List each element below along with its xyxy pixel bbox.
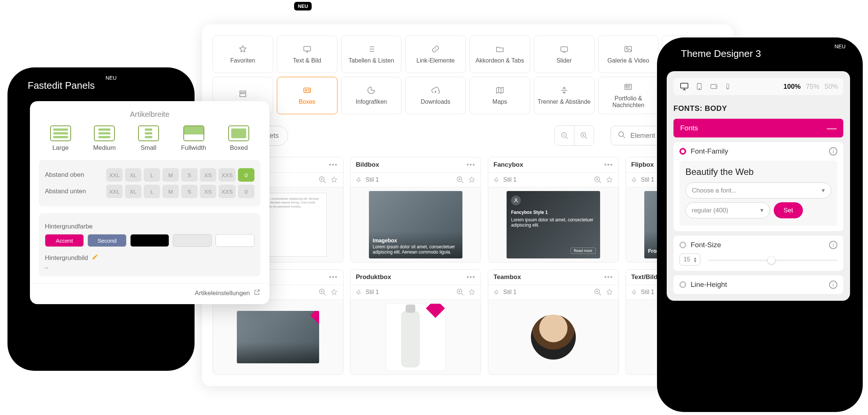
- swatch-black[interactable]: [130, 234, 169, 247]
- news-icon: [624, 82, 633, 91]
- font-family-card: Font-Family i Beautify the Web Choose a …: [673, 142, 843, 231]
- svg-point-3: [626, 48, 628, 49]
- category-link-elemente[interactable]: Link-Elemente: [405, 36, 466, 73]
- category-text-bild[interactable]: Text & Bild: [277, 36, 337, 73]
- fonts-accordion-header[interactable]: Fonts —: [673, 119, 843, 137]
- category-galerie-video[interactable]: Galerie & Video: [598, 36, 659, 73]
- category-portfolio[interactable]: Portfolio & Nachrichten: [598, 77, 659, 114]
- device-tablet-portrait-icon[interactable]: [695, 82, 703, 91]
- chip-s[interactable]: S: [181, 185, 198, 198]
- width-boxed[interactable]: Boxed: [228, 125, 249, 152]
- category-slider[interactable]: Slider: [534, 36, 595, 73]
- width-fullwidth[interactable]: Fullwidth: [181, 125, 206, 152]
- category-maps[interactable]: Maps: [470, 77, 530, 114]
- chip-s[interactable]: S: [181, 168, 198, 182]
- category-downloads[interactable]: Downloads: [405, 77, 466, 114]
- zoom-75[interactable]: 75%: [806, 83, 819, 91]
- zoom-50[interactable]: 50%: [825, 83, 838, 91]
- set-button[interactable]: Set: [774, 202, 803, 218]
- star-icon[interactable]: [330, 288, 338, 296]
- category-infografiken[interactable]: Infografiken: [341, 77, 402, 114]
- radio-off-icon[interactable]: [679, 281, 686, 288]
- font-select[interactable]: Choose a font...▾: [685, 182, 831, 199]
- search-icon: [618, 131, 626, 140]
- device-phone-icon[interactable]: [724, 82, 731, 91]
- zoom-icon[interactable]: [456, 176, 464, 184]
- radio-on-icon[interactable]: [679, 148, 686, 155]
- neu-label-fastedit: NEU: [106, 75, 117, 81]
- fastedit-panel: Artikelbreite Large Medium Small Fullwid…: [30, 101, 269, 304]
- more-icon[interactable]: •••: [329, 161, 338, 169]
- zoom-icon[interactable]: [456, 288, 464, 296]
- font-size-card: Font-Size i 15 ▴▾: [673, 236, 843, 271]
- zoom-icon[interactable]: [594, 288, 602, 296]
- width-small[interactable]: Small: [138, 125, 159, 152]
- zoom-100[interactable]: 100%: [783, 83, 801, 91]
- device-zoom-bar: 100% 75% 50%: [673, 78, 843, 95]
- zoom-out-button[interactable]: [555, 126, 574, 145]
- swatch-white[interactable]: [216, 234, 254, 247]
- chip-xs[interactable]: XS: [200, 168, 216, 182]
- star-icon[interactable]: [330, 176, 338, 184]
- spacing-icon: [560, 86, 569, 95]
- zoom-icon[interactable]: [318, 288, 327, 296]
- info-icon[interactable]: i: [829, 147, 837, 155]
- radio-off-icon[interactable]: [679, 242, 686, 248]
- info-icon[interactable]: i: [829, 241, 837, 249]
- chip-xl[interactable]: XL: [125, 168, 141, 182]
- info-icon[interactable]: i: [829, 281, 837, 289]
- chip-xxs[interactable]: XXS: [218, 168, 236, 182]
- swatch-accent[interactable]: Accent: [45, 234, 84, 247]
- chip-xxl[interactable]: XXL: [106, 168, 123, 182]
- element-card-teambox: Teambox••• Stil 1: [488, 269, 619, 375]
- more-icon[interactable]: •••: [467, 273, 476, 281]
- zoom-in-button[interactable]: [574, 126, 594, 145]
- chip-xs[interactable]: XS: [200, 185, 216, 198]
- zoom-icon[interactable]: [318, 176, 327, 184]
- device-desktop-icon[interactable]: [679, 82, 690, 91]
- category-akkordeon-tabs[interactable]: Akkordeon & Tabs: [470, 36, 530, 73]
- zoom-icon[interactable]: [594, 176, 602, 184]
- star-icon[interactable]: [606, 176, 613, 184]
- width-large[interactable]: Large: [50, 125, 71, 152]
- font-size-slider[interactable]: [708, 255, 837, 265]
- more-icon[interactable]: •••: [604, 273, 613, 281]
- avatar-preview: [531, 315, 576, 360]
- category-boxes[interactable]: Boxes: [277, 77, 337, 114]
- category-trenner[interactable]: Trenner & Abstände: [534, 77, 595, 114]
- edit-icon[interactable]: [92, 254, 98, 262]
- more-icon[interactable]: •••: [604, 161, 613, 169]
- more-icon[interactable]: •••: [329, 273, 338, 281]
- star-icon[interactable]: [468, 288, 476, 296]
- font-weight-select[interactable]: regular (400)▾: [685, 202, 770, 218]
- more-icon[interactable]: •••: [467, 161, 476, 169]
- stepper-arrows-icon[interactable]: ▴▾: [694, 257, 696, 263]
- swatch-second[interactable]: Second: [88, 234, 126, 247]
- chip-l[interactable]: L: [144, 168, 160, 182]
- chip-xl[interactable]: XL: [125, 185, 141, 198]
- category-tabellen-listen[interactable]: Tabellen & Listen: [341, 36, 402, 73]
- abstand-oben-label: Abstand oben: [45, 171, 84, 179]
- swatch-gray[interactable]: [173, 234, 212, 247]
- font-size-input[interactable]: 15 ▴▾: [679, 254, 700, 266]
- width-medium[interactable]: Medium: [93, 125, 116, 152]
- chip-xxs[interactable]: XXS: [218, 185, 236, 198]
- category-favoriten[interactable]: Favoriten: [213, 36, 273, 73]
- element-card-fancybox: Fancybox••• Stil 1 Fancybox Style 1Lorem…: [488, 157, 619, 263]
- star-icon[interactable]: [468, 176, 476, 184]
- artikeleinstellungen-link[interactable]: Artikeleinstellungen: [30, 283, 269, 300]
- element-library-panel: Favoriten Text & Bild Tabellen & Listen …: [202, 24, 733, 386]
- chip-0[interactable]: 0: [238, 185, 254, 198]
- theme-designer-panel: 100% 75% 50% FONTS: BODY Fonts — Font-Fa…: [667, 71, 850, 301]
- element-card-produktbox: Produktbox••• Stil 1: [350, 269, 481, 375]
- user-icon: [511, 196, 521, 205]
- chip-0[interactable]: 0: [238, 168, 254, 182]
- chip-l[interactable]: L: [144, 185, 160, 198]
- svg-point-17: [515, 199, 517, 200]
- chip-xxl[interactable]: XXL: [106, 185, 123, 198]
- svg-point-8: [305, 90, 307, 91]
- chip-m[interactable]: M: [162, 185, 179, 198]
- device-tablet-landscape-icon[interactable]: [709, 82, 719, 91]
- chip-m[interactable]: M: [162, 168, 179, 182]
- star-icon[interactable]: [606, 288, 613, 296]
